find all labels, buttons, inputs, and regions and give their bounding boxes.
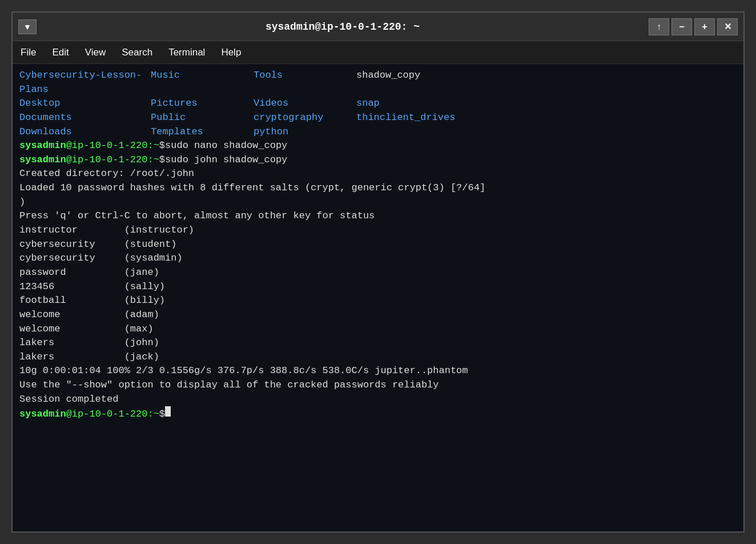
output-9: football (billy) — [19, 294, 737, 308]
dropdown-button[interactable]: ▼ — [18, 19, 37, 34]
output-8: 123456 (sally) — [19, 280, 737, 294]
final-prompt-path: :~ — [147, 407, 159, 422]
file-listing: Cybersecurity-Lesson-Plans Music Tools s… — [19, 69, 737, 97]
dir-music[interactable]: Music — [151, 69, 254, 97]
scroll-up-button[interactable]: ↑ — [649, 18, 669, 35]
final-prompt-line: sysadmin@ip-10-0-1-220:~$ — [19, 406, 737, 422]
menu-help[interactable]: Help — [219, 46, 243, 59]
dir-downloads[interactable]: Downloads — [19, 125, 151, 139]
output-1: Loaded 10 password hashes with 8 differe… — [19, 181, 737, 195]
dir-tools[interactable]: Tools — [254, 69, 356, 97]
prompt2-path: :~ — [147, 153, 159, 167]
prompt1-cmd: sudo nano shadow_copy — [165, 139, 287, 153]
output-7: password (jane) — [19, 266, 737, 280]
dir-desktop[interactable]: Desktop — [19, 97, 151, 111]
window-controls: ↑ − + ✕ — [649, 18, 738, 35]
menu-search[interactable]: Search — [119, 46, 155, 59]
final-prompt-user: sysadmin — [19, 407, 66, 422]
output-11: welcome (max) — [19, 322, 737, 337]
prompt2-cmd: sudo john shadow_copy — [165, 153, 287, 167]
file-listing-3: Documents Public cryptography thinclient… — [19, 111, 737, 125]
prompt2-dollar: $ — [159, 153, 165, 167]
menu-terminal[interactable]: Terminal — [166, 46, 207, 59]
title-bar-left: ▼ — [18, 19, 37, 34]
prompt2-host: @ip-10-0-1-220 — [66, 153, 148, 167]
menu-edit[interactable]: Edit — [50, 46, 71, 59]
minimize-button[interactable]: − — [671, 18, 692, 35]
file-empty-4 — [356, 125, 737, 139]
close-button[interactable]: ✕ — [717, 18, 738, 35]
cursor — [165, 406, 171, 417]
output-0: Created directory: /root/.john — [19, 167, 737, 181]
output-10: welcome (adam) — [19, 308, 737, 322]
file-listing-2: Desktop Pictures Videos snap — [19, 97, 737, 111]
title-bar: ▼ sysadmin@ip-10-0-1-220: ~ ↑ − + ✕ — [13, 13, 743, 41]
terminal-window: ▼ sysadmin@ip-10-0-1-220: ~ ↑ − + ✕ File… — [11, 11, 745, 533]
prompt1-dollar: $ — [159, 139, 165, 153]
dir-videos[interactable]: Videos — [254, 97, 356, 111]
dir-thinclient-drives[interactable]: thinclient_drives — [356, 111, 737, 125]
dir-documents[interactable]: Documents — [19, 111, 151, 125]
prompt2-user: sysadmin — [19, 153, 66, 167]
final-prompt-dollar: $ — [159, 407, 165, 422]
dir-cryptography[interactable]: cryptography — [254, 111, 356, 125]
dir-cybersecurity-lesson-plans[interactable]: Cybersecurity-Lesson-Plans — [19, 69, 151, 97]
output-12: lakers (john) — [19, 336, 737, 350]
maximize-button[interactable]: + — [694, 18, 715, 35]
prompt1-user: sysadmin — [19, 139, 66, 153]
output-4: instructor (instructor) — [19, 223, 737, 238]
prompt1-host: @ip-10-0-1-220 — [66, 139, 148, 153]
dir-snap[interactable]: snap — [356, 97, 737, 111]
dir-public[interactable]: Public — [151, 111, 254, 125]
file-shadow-copy: shadow_copy — [356, 69, 737, 97]
output-16: Session completed — [19, 393, 737, 407]
output-6: cybersecurity (sysadmin) — [19, 251, 737, 266]
output-3: Press 'q' or Ctrl-C to abort, almost any… — [19, 209, 737, 223]
dir-pictures[interactable]: Pictures — [151, 97, 254, 111]
menu-view[interactable]: View — [83, 46, 108, 59]
final-prompt-host: @ip-10-0-1-220 — [66, 407, 148, 422]
window-title: sysadmin@ip-10-0-1-220: ~ — [37, 21, 649, 33]
terminal-content[interactable]: Cybersecurity-Lesson-Plans Music Tools s… — [13, 64, 743, 531]
output-5: cybersecurity (student) — [19, 238, 737, 252]
dir-templates[interactable]: Templates — [151, 125, 254, 139]
prompt1-path: :~ — [147, 139, 159, 153]
output-15: Use the "--show" option to display all o… — [19, 378, 737, 393]
output-2: ) — [19, 195, 737, 210]
menu-file[interactable]: File — [18, 46, 38, 59]
dir-python[interactable]: python — [254, 125, 356, 139]
output-13: lakers (jack) — [19, 350, 737, 365]
menu-bar: File Edit View Search Terminal Help — [13, 41, 743, 64]
prompt-line-1: sysadmin@ip-10-0-1-220:~$ sudo nano shad… — [19, 139, 737, 153]
file-listing-4: Downloads Templates python — [19, 125, 737, 139]
output-14: 10g 0:00:01:04 100% 2/3 0.1556g/s 376.7p… — [19, 364, 737, 378]
prompt-line-2: sysadmin@ip-10-0-1-220:~$ sudo john shad… — [19, 153, 737, 167]
